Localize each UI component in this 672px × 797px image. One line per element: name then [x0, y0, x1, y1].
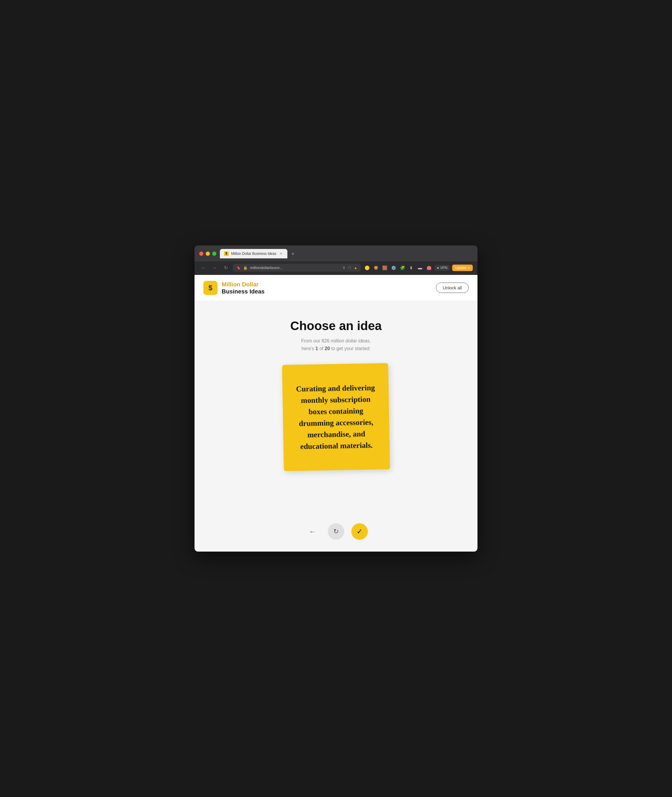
url-text: milliondollarbusın... [250, 265, 340, 270]
logo-text: Million Dollar Business Ideas [222, 281, 265, 295]
title-bar: $ Million Dollar Business Ideas × + [195, 245, 477, 261]
minimize-window-button[interactable] [206, 252, 210, 256]
vpn-badge[interactable]: ● VPN [434, 265, 450, 271]
profile-icon[interactable]: 🦁 [373, 265, 379, 271]
settings-icon[interactable]: ⚙️ [390, 265, 397, 271]
page-content: $ Million Dollar Business Ideas Unlock a… [195, 275, 477, 552]
update-button[interactable]: Update ≡ [452, 265, 473, 271]
window-controls [199, 252, 216, 256]
app-header: $ Million Dollar Business Ideas Unlock a… [195, 275, 477, 301]
maximize-window-button[interactable] [212, 252, 216, 256]
idea-card: Curating and delivering monthly subscrip… [282, 363, 390, 471]
browser-window: $ Million Dollar Business Ideas × + ← → … [195, 245, 477, 552]
subtitle-prefix: From our [301, 338, 322, 343]
logo-icon: $ [203, 281, 218, 295]
subtitle-count: 826 [322, 338, 330, 343]
subtitle-total: 20 [325, 346, 330, 351]
unlock-all-button[interactable]: Unlock all [436, 282, 469, 293]
tab-title-label: Million Dollar Business Ideas [231, 252, 276, 256]
wallet-icon[interactable]: 👛 [426, 265, 432, 271]
select-idea-button[interactable]: ✓ [351, 523, 368, 540]
active-tab[interactable]: $ Million Dollar Business Ideas × [220, 249, 287, 258]
idea-text: Curating and delivering monthly subscrip… [296, 382, 376, 452]
close-window-button[interactable] [199, 252, 203, 256]
tablet-icon[interactable]: ▬ [417, 265, 423, 271]
tab-close-button[interactable]: × [278, 251, 283, 256]
logo-area: $ Million Dollar Business Ideas [203, 281, 265, 295]
url-bar[interactable]: 🔖 🔒 milliondollarbusın... ⬆ 🛡 ▲ [233, 264, 361, 272]
toolbar-icons: 🟡 🦁 🟫 ⚙️ 🧩 ⬇ ▬ 👛 ● VPN Update ≡ [364, 265, 473, 271]
puzzle-icon[interactable]: 🧩 [399, 265, 406, 271]
subtitle-line2: here's [301, 346, 316, 351]
main-content: Choose an idea From our 826 million doll… [195, 301, 477, 552]
menu-icon: ≡ [468, 266, 470, 270]
new-tab-button[interactable]: + [288, 250, 297, 258]
check-icon: ✓ [357, 528, 363, 536]
title-bar-top: $ Million Dollar Business Ideas × + [199, 249, 473, 258]
page-title: Choose an idea [290, 319, 382, 333]
refresh-idea-button[interactable]: ↻ [328, 523, 344, 540]
refresh-button[interactable]: ↻ [222, 264, 230, 272]
tab-favicon: $ [224, 251, 229, 256]
subtitle-current: 1 [315, 346, 318, 351]
address-bar: ← → ↻ 🔖 🔒 milliondollarbusın... ⬆ 🛡 ▲ 🟡 … [195, 261, 477, 275]
logo-text-line1: Million Dollar [222, 281, 265, 288]
subtitle: From our 826 million dollar ideas, here'… [301, 337, 371, 352]
logo-text-line2: Business Ideas [222, 288, 265, 295]
action-buttons: ← ↻ ✓ [304, 523, 368, 540]
subtitle-suffix: to get your started: [331, 346, 371, 351]
forward-button[interactable]: → [210, 264, 219, 272]
tabs-row: $ Million Dollar Business Ideas × + [220, 249, 473, 258]
back-idea-button[interactable]: ← [304, 523, 321, 540]
subtitle-italic: million dollar ideas [331, 338, 370, 343]
back-button[interactable]: ← [199, 264, 208, 272]
bookmarks-icon[interactable]: 🟡 [364, 265, 370, 271]
extensions-icon[interactable]: 🟫 [381, 265, 388, 271]
subtitle-comma: , [370, 338, 371, 343]
subtitle-of: of [320, 346, 323, 351]
refresh-icon: ↻ [333, 528, 339, 536]
update-label: Update [455, 266, 467, 270]
download-icon[interactable]: ⬇ [408, 265, 414, 271]
